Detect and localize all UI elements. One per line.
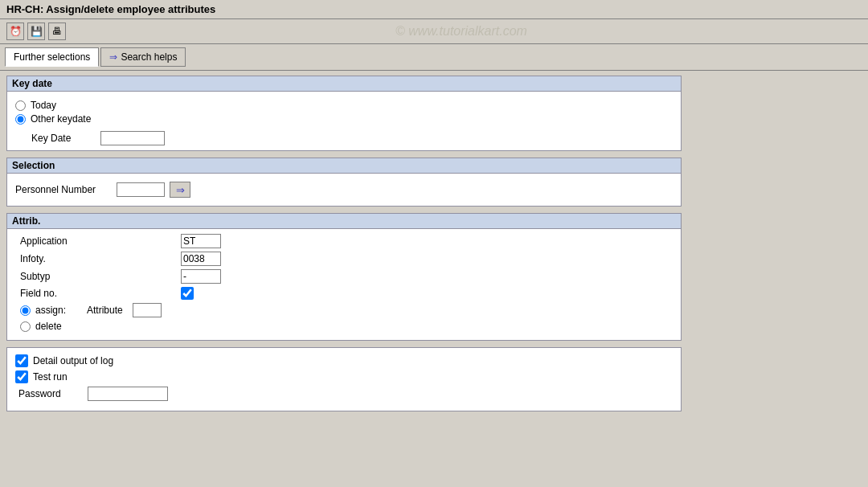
application-input[interactable]	[181, 234, 221, 248]
key-date-radio-group: Today Other keydate	[15, 96, 673, 128]
delete-label: delete	[35, 321, 62, 332]
tab-arrow-icon: ⇒	[109, 51, 117, 63]
bottom-section: Detail output of log Test run Password	[6, 347, 682, 411]
tab-search-helps[interactable]: ⇒ Search helps	[100, 47, 186, 67]
selection-body: Personnel Number ⇒	[7, 174, 681, 206]
toolbar: ⏰ 💾 🖶 © www.tutorialkart.com	[0, 19, 868, 44]
detail-output-checkbox[interactable]	[15, 354, 28, 367]
save-icon[interactable]: 💾	[27, 23, 45, 40]
delete-radio[interactable]	[20, 321, 31, 332]
clock-icon[interactable]: ⏰	[6, 23, 24, 40]
key-date-input[interactable]	[100, 131, 165, 145]
key-date-label: Key Date	[31, 133, 96, 144]
selection-header: Selection	[7, 158, 681, 174]
personnel-number-input[interactable]	[117, 182, 165, 197]
personnel-number-label: Personnel Number	[15, 184, 112, 195]
watermark: © www.tutorialkart.com	[69, 24, 854, 39]
attrib-header: Attrib.	[7, 214, 681, 229]
other-keydate-label: Other keydate	[31, 113, 91, 125]
print-icon[interactable]: 🖶	[48, 23, 66, 40]
key-date-body: Today Other keydate Key Date	[7, 92, 681, 150]
password-row: Password	[15, 387, 673, 401]
detail-output-label: Detail output of log	[33, 355, 113, 366]
attribute-input[interactable]	[133, 303, 162, 317]
tab-bar: Further selections ⇒ Search helps	[0, 44, 868, 71]
other-keydate-radio[interactable]	[15, 114, 26, 125]
attrib-body: Application Infoty. Subtyp Field no. ass…	[7, 229, 681, 340]
field-no-row: Field no.	[15, 287, 673, 300]
password-label: Password	[18, 388, 83, 399]
test-run-row: Test run	[15, 370, 673, 383]
infoty-input[interactable]	[181, 252, 221, 266]
personnel-number-arrow-btn[interactable]: ⇒	[170, 182, 190, 198]
today-radio[interactable]	[15, 100, 26, 111]
attribute-label: Attribute	[87, 305, 123, 316]
main-content: Key date Today Other keydate Key Date Se…	[0, 71, 868, 423]
detail-output-row: Detail output of log	[15, 354, 673, 367]
tab-further-selections[interactable]: Further selections	[5, 47, 99, 67]
title-bar: HR-CH: Assign/delete employee attributes	[0, 0, 868, 19]
infoty-label: Infoty.	[15, 253, 176, 264]
today-label: Today	[31, 100, 56, 111]
field-no-checkbox[interactable]	[181, 287, 194, 300]
assign-radio[interactable]	[20, 305, 31, 316]
personnel-number-row: Personnel Number ⇒	[15, 178, 673, 201]
application-label: Application	[15, 235, 176, 247]
subtyp-label: Subtyp	[15, 271, 176, 282]
application-row: Application	[15, 234, 673, 248]
assign-label: assign:	[35, 305, 66, 316]
assign-row: assign: Attribute	[15, 303, 673, 317]
key-date-field-row: Key Date	[15, 131, 673, 145]
selection-section: Selection Personnel Number ⇒	[6, 158, 682, 207]
key-date-section: Key date Today Other keydate Key Date	[6, 76, 682, 151]
today-row: Today	[15, 100, 673, 111]
key-date-header: Key date	[7, 76, 681, 92]
subtyp-input[interactable]	[181, 269, 221, 284]
subtyp-row: Subtyp	[15, 269, 673, 284]
delete-row: delete	[15, 321, 673, 332]
test-run-label: Test run	[33, 371, 68, 383]
other-keydate-row: Other keydate	[15, 113, 673, 125]
attrib-section: Attrib. Application Infoty. Subtyp Field…	[6, 213, 682, 341]
password-input[interactable]	[88, 387, 168, 401]
infoty-row: Infoty.	[15, 252, 673, 266]
page-title: HR-CH: Assign/delete employee attributes	[6, 3, 215, 15]
field-no-label: Field no.	[15, 288, 176, 299]
test-run-checkbox[interactable]	[15, 370, 28, 383]
